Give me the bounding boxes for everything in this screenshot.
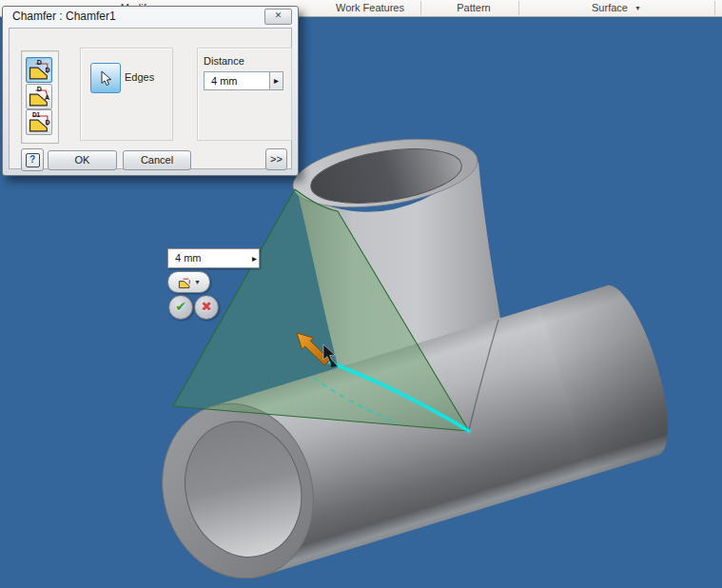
- chamfer-type-panel: D D D A D1 D: [21, 50, 59, 144]
- help-icon: ?: [26, 153, 40, 167]
- edges-select-button[interactable]: [90, 63, 121, 93]
- ribbon-separator: [714, 1, 715, 15]
- close-button[interactable]: ✕: [264, 9, 292, 25]
- ok-button[interactable]: OK: [48, 150, 117, 170]
- flyout-arrow-icon: ▸: [274, 75, 279, 86]
- mini-dropdown-arrow-icon: ▼: [194, 279, 201, 285]
- mini-distance-input[interactable]: 4 mm ▸: [167, 248, 260, 268]
- dialog-title: Chamfer : Chamfer1: [12, 10, 116, 23]
- svg-text:D: D: [46, 119, 50, 127]
- mini-cancel-button[interactable]: ✖: [194, 295, 219, 320]
- cancel-button[interactable]: Cancel: [123, 150, 191, 170]
- distance-input[interactable]: 4 mm: [204, 71, 270, 90]
- help-button[interactable]: ?: [21, 148, 44, 171]
- surface-dropdown-icon[interactable]: ▼: [634, 5, 641, 11]
- cursor-arrow-icon: [100, 70, 112, 87]
- mini-apply-button[interactable]: ✔: [168, 295, 193, 320]
- chamfer-two-distances-icon: D1 D: [27, 110, 51, 134]
- ribbon-group-surface-label: Surface: [592, 2, 628, 13]
- ribbon-group-surface[interactable]: Surface ▼: [569, 1, 664, 15]
- distance-groupbox: Distance 4 mm ▸: [197, 48, 292, 141]
- svg-text:D1: D1: [32, 111, 41, 118]
- chamfer-type-distance-angle-button[interactable]: D A: [26, 84, 52, 109]
- svg-text:D: D: [37, 86, 42, 93]
- distance-flyout-button[interactable]: ▸: [270, 71, 283, 90]
- mini-flyout-arrow-icon[interactable]: ▸: [252, 249, 257, 267]
- ribbon-group-pattern[interactable]: Pattern: [439, 1, 508, 15]
- ribbon-group-work-features[interactable]: Work Features: [322, 1, 419, 15]
- svg-text:A: A: [45, 94, 49, 102]
- svg-text:D: D: [46, 67, 50, 74]
- chamfer-distance-icon: D D: [27, 58, 51, 82]
- chamfer-type-two-distances-button[interactable]: D1 D: [26, 109, 52, 135]
- mini-toolbar: 4 mm ▸ ▼ ✔ ✖: [167, 246, 263, 323]
- dialog-body: D D D A D1 D: [9, 28, 292, 169]
- more-options-button[interactable]: >>: [265, 148, 287, 170]
- chamfer-distance-angle-icon: D A: [27, 85, 51, 108]
- ribbon-separator: [420, 1, 421, 15]
- distance-label: Distance: [204, 55, 244, 67]
- mini-chamfer-option-button[interactable]: ▼: [167, 271, 210, 293]
- chamfer-icon: [177, 276, 192, 289]
- mini-distance-value: 4 mm: [175, 252, 202, 264]
- chamfer-dialog: Chamfer : Chamfer1 ✕ D D D A: [2, 6, 299, 176]
- check-icon: ✔: [175, 299, 186, 314]
- edges-label: Edges: [125, 71, 154, 83]
- cross-icon: ✖: [201, 299, 212, 314]
- ribbon-separator: [518, 1, 519, 15]
- svg-text:D: D: [37, 59, 42, 67]
- close-icon: ✕: [275, 10, 283, 20]
- edges-groupbox: Edges: [80, 48, 173, 141]
- chamfer-type-distance-button[interactable]: D D: [26, 57, 52, 83]
